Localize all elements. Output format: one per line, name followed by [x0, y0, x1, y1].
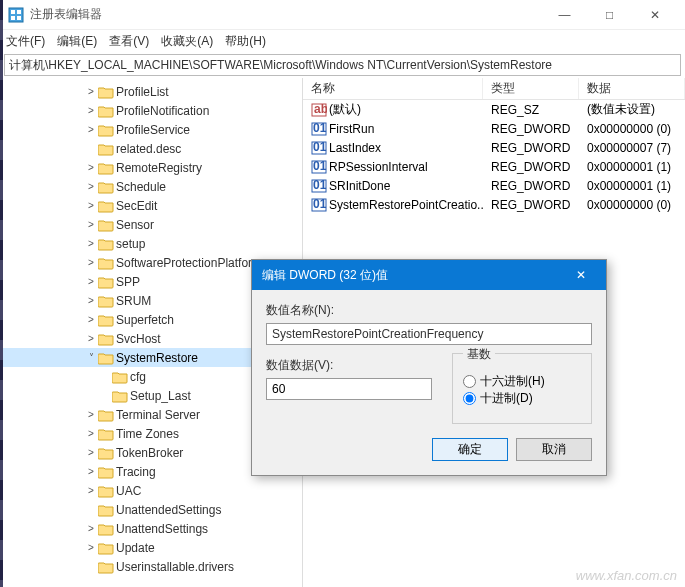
menu-file[interactable]: 文件(F) — [6, 33, 45, 50]
folder-icon — [112, 370, 128, 384]
value-name: LastIndex — [329, 141, 381, 155]
value-row[interactable]: 011RPSessionIntervalREG_DWORD0x00000001 … — [303, 157, 685, 176]
value-name-label: 数值名称(N): — [266, 302, 592, 319]
ok-button[interactable]: 确定 — [432, 438, 508, 461]
tree-node-label: Time Zones — [116, 427, 179, 441]
dword-value-icon: 011 — [311, 140, 327, 156]
tree-node[interactable]: >ProfileService — [0, 120, 302, 139]
folder-icon — [98, 522, 114, 536]
dialog-title: 编辑 DWORD (32 位)值 — [262, 267, 566, 284]
folder-icon — [98, 104, 114, 118]
window-titlebar: 注册表编辑器 — □ ✕ — [0, 0, 685, 30]
maximize-button[interactable]: □ — [587, 1, 632, 29]
expand-toggle-icon[interactable]: > — [84, 485, 98, 496]
menu-help[interactable]: 帮助(H) — [225, 33, 266, 50]
expand-toggle-icon[interactable]: > — [84, 200, 98, 211]
tree-node-label: Superfetch — [116, 313, 174, 327]
expand-toggle-icon[interactable]: > — [84, 86, 98, 97]
dialog-titlebar[interactable]: 编辑 DWORD (32 位)值 ✕ — [252, 260, 606, 290]
value-data: 0x00000007 (7) — [579, 141, 685, 155]
cancel-button[interactable]: 取消 — [516, 438, 592, 461]
column-data[interactable]: 数据 — [579, 78, 685, 99]
expand-toggle-icon[interactable]: > — [84, 295, 98, 306]
value-row[interactable]: 011FirstRunREG_DWORD0x00000000 (0) — [303, 119, 685, 138]
folder-icon — [98, 541, 114, 555]
value-data: 0x00000001 (1) — [579, 179, 685, 193]
folder-icon — [98, 465, 114, 479]
expand-toggle-icon[interactable]: > — [84, 276, 98, 287]
tree-node[interactable]: >RemoteRegistry — [0, 158, 302, 177]
close-button[interactable]: ✕ — [632, 1, 677, 29]
expand-toggle-icon[interactable]: > — [84, 409, 98, 420]
value-row[interactable]: 011SystemRestorePointCreatio...REG_DWORD… — [303, 195, 685, 214]
radio-dec-row[interactable]: 十进制(D) — [463, 390, 581, 407]
menu-edit[interactable]: 编辑(E) — [57, 33, 97, 50]
folder-icon — [98, 446, 114, 460]
expand-toggle-icon[interactable]: > — [84, 181, 98, 192]
tree-node-label: Sensor — [116, 218, 154, 232]
tree-node[interactable]: >Schedule — [0, 177, 302, 196]
values-header: 名称 类型 数据 — [303, 78, 685, 100]
tree-node[interactable]: >setup — [0, 234, 302, 253]
folder-icon — [98, 313, 114, 327]
tree-node[interactable]: >ProfileNotification — [0, 101, 302, 120]
tree-node[interactable]: related.desc — [0, 139, 302, 158]
tree-node[interactable]: >ProfileList — [0, 82, 302, 101]
expand-toggle-icon[interactable]: > — [84, 523, 98, 534]
expand-toggle-icon[interactable]: > — [84, 428, 98, 439]
tree-node[interactable]: Userinstallable.drivers — [0, 557, 302, 576]
tree-node-label: related.desc — [116, 142, 181, 156]
address-bar[interactable]: 计算机\HKEY_LOCAL_MACHINE\SOFTWARE\Microsof… — [4, 54, 681, 76]
expand-toggle-icon[interactable]: > — [84, 238, 98, 249]
expand-toggle-icon[interactable]: ˅ — [84, 352, 98, 363]
column-type[interactable]: 类型 — [483, 78, 579, 99]
radio-dec-label: 十进制(D) — [480, 390, 533, 407]
column-name[interactable]: 名称 — [303, 78, 483, 99]
expand-toggle-icon[interactable]: > — [84, 542, 98, 553]
expand-toggle-icon[interactable]: > — [84, 466, 98, 477]
tree-node-label: TokenBroker — [116, 446, 183, 460]
value-row[interactable]: ab(默认)REG_SZ(数值未设置) — [303, 100, 685, 119]
radio-hex-row[interactable]: 十六进制(H) — [463, 373, 581, 390]
tree-node[interactable]: >Update — [0, 538, 302, 557]
menu-favorites[interactable]: 收藏夹(A) — [161, 33, 213, 50]
value-row[interactable]: 011LastIndexREG_DWORD0x00000007 (7) — [303, 138, 685, 157]
dword-value-icon: 011 — [311, 121, 327, 137]
folder-icon — [98, 161, 114, 175]
tree-node[interactable]: UnattendedSettings — [0, 500, 302, 519]
value-data-field[interactable] — [266, 378, 432, 400]
expand-toggle-icon[interactable]: > — [84, 257, 98, 268]
radio-dec[interactable] — [463, 392, 476, 405]
dialog-close-button[interactable]: ✕ — [566, 268, 596, 282]
tree-node[interactable]: >SecEdit — [0, 196, 302, 215]
minimize-button[interactable]: — — [542, 1, 587, 29]
value-row[interactable]: 011SRInitDoneREG_DWORD0x00000001 (1) — [303, 176, 685, 195]
window-title: 注册表编辑器 — [30, 6, 542, 23]
svg-text:ab: ab — [314, 102, 327, 116]
value-data: 0x00000000 (0) — [579, 198, 685, 212]
expand-toggle-icon[interactable]: > — [84, 105, 98, 116]
folder-icon — [98, 199, 114, 213]
tree-node[interactable]: >Sensor — [0, 215, 302, 234]
tree-node[interactable]: >UAC — [0, 481, 302, 500]
menu-view[interactable]: 查看(V) — [109, 33, 149, 50]
expand-toggle-icon[interactable]: > — [84, 314, 98, 325]
folder-icon — [98, 142, 114, 156]
expand-toggle-icon[interactable]: > — [84, 219, 98, 230]
tree-node-label: setup — [116, 237, 145, 251]
folder-icon — [98, 332, 114, 346]
folder-icon — [98, 237, 114, 251]
folder-icon — [112, 389, 128, 403]
tree-node-label: SystemRestore — [116, 351, 198, 365]
expand-toggle-icon[interactable]: > — [84, 162, 98, 173]
expand-toggle-icon[interactable]: > — [84, 447, 98, 458]
radio-hex[interactable] — [463, 375, 476, 388]
values-list: ab(默认)REG_SZ(数值未设置)011FirstRunREG_DWORD0… — [303, 100, 685, 214]
tree-node-label: ProfileService — [116, 123, 190, 137]
expand-toggle-icon[interactable]: > — [84, 124, 98, 135]
tree-node[interactable]: >UnattendSettings — [0, 519, 302, 538]
expand-toggle-icon[interactable]: > — [84, 333, 98, 344]
folder-icon — [98, 123, 114, 137]
value-data: 0x00000001 (1) — [579, 160, 685, 174]
base-fieldset: 基数 十六进制(H) 十进制(D) — [452, 353, 592, 424]
